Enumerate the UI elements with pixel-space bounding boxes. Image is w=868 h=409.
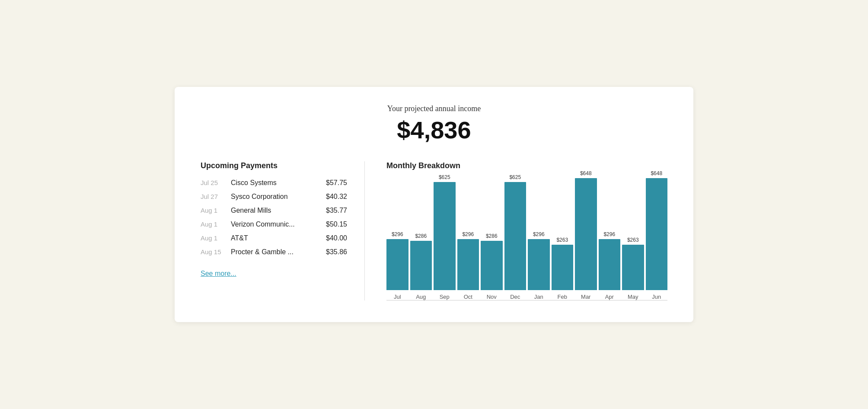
bar-value-label: $263	[627, 237, 639, 243]
x-axis-line	[386, 300, 667, 300]
bar	[410, 241, 432, 290]
bar-value-label: $296	[392, 231, 403, 237]
bar	[528, 239, 550, 290]
projected-income-amount: $4,836	[201, 116, 667, 144]
payment-amount: $40.00	[317, 234, 347, 242]
bar	[386, 239, 408, 290]
payment-company: Verizon Communic...	[231, 220, 317, 228]
bar-value-label: $286	[415, 233, 427, 239]
payment-row: Aug 15Procter & Gamble ...$35.86	[201, 248, 347, 256]
payment-amount: $40.32	[317, 193, 347, 201]
payment-amount: $57.75	[317, 179, 347, 187]
payment-company: Cisco Systems	[231, 179, 317, 187]
payment-row: Aug 1General Mills$35.77	[201, 207, 347, 214]
payment-company: Procter & Gamble ...	[231, 248, 317, 256]
payment-amount: $35.86	[317, 248, 347, 256]
bar-value-label: $296	[603, 231, 615, 237]
bar-value-label: $296	[462, 231, 474, 237]
bar-month-label: Oct	[464, 294, 472, 300]
bar-month-label: Jun	[652, 294, 661, 300]
payment-date: Aug 1	[201, 207, 231, 214]
upcoming-payments-title: Upcoming Payments	[201, 161, 347, 170]
payment-row: Aug 1Verizon Communic...$50.15	[201, 220, 347, 228]
bar-group: $625Dec	[504, 174, 527, 300]
payment-date: Aug 15	[201, 248, 231, 256]
bar-group: $625Sep	[434, 174, 456, 300]
bar	[646, 178, 668, 290]
bar-group: $296Jul	[386, 231, 408, 300]
bar	[457, 239, 479, 290]
payment-company: AT&T	[231, 234, 317, 242]
bar-value-label: $625	[439, 174, 450, 180]
main-card: Your projected annual income $4,836 Upco…	[175, 87, 693, 322]
bar	[552, 245, 574, 290]
right-panel: Monthly Breakdown $296Jul$286Aug$625Sep$…	[365, 161, 667, 300]
payment-row: Jul 27Sysco Corporation$40.32	[201, 193, 347, 201]
monthly-breakdown-title: Monthly Breakdown	[386, 161, 667, 170]
bar-group: $286Nov	[481, 233, 503, 300]
content-section: Upcoming Payments Jul 25Cisco Systems$57…	[201, 161, 667, 300]
projected-income-label: Your projected annual income	[201, 104, 667, 113]
payment-row: Jul 25Cisco Systems$57.75	[201, 179, 347, 187]
bar-month-label: Dec	[510, 294, 520, 300]
bar-group: $648Jun	[646, 170, 668, 300]
payment-company: General Mills	[231, 207, 317, 214]
bar	[575, 178, 597, 290]
bar-group: $286Aug	[410, 233, 432, 300]
bar	[481, 241, 503, 290]
left-panel: Upcoming Payments Jul 25Cisco Systems$57…	[201, 161, 365, 300]
bar	[622, 245, 644, 290]
bar-month-label: Sep	[440, 294, 450, 300]
bar-group: $263May	[622, 237, 644, 300]
bar-chart: $296Jul$286Aug$625Sep$296Oct$286Nov$625D…	[386, 179, 667, 300]
bar-month-label: Jan	[534, 294, 543, 300]
payments-list: Jul 25Cisco Systems$57.75Jul 27Sysco Cor…	[201, 179, 347, 256]
bar-month-label: Aug	[416, 294, 426, 300]
bar-month-label: Jul	[394, 294, 401, 300]
bar-month-label: Apr	[605, 294, 614, 300]
payment-row: Aug 1AT&T$40.00	[201, 234, 347, 242]
payment-date: Jul 25	[201, 179, 231, 186]
bar	[504, 182, 527, 290]
bar-group: $648Mar	[575, 170, 597, 300]
payment-company: Sysco Corporation	[231, 193, 317, 201]
payment-amount: $35.77	[317, 207, 347, 214]
bar-value-label: $286	[486, 233, 498, 239]
see-more-link[interactable]: See more...	[201, 270, 236, 278]
payment-date: Aug 1	[201, 220, 231, 228]
payment-amount: $50.15	[317, 220, 347, 228]
bar-value-label: $296	[533, 231, 545, 237]
payment-date: Jul 27	[201, 193, 231, 200]
bar-value-label: $625	[509, 174, 521, 180]
bar	[434, 182, 456, 290]
payment-date: Aug 1	[201, 234, 231, 242]
bar-month-label: May	[628, 294, 638, 300]
bar-month-label: Feb	[558, 294, 567, 300]
bar-group: $263Feb	[552, 237, 574, 300]
bar	[599, 239, 621, 290]
header-section: Your projected annual income $4,836	[201, 104, 667, 144]
bar-value-label: $263	[556, 237, 568, 243]
bar-month-label: Nov	[487, 294, 497, 300]
bar-value-label: $648	[651, 170, 662, 176]
bar-group: $296Oct	[457, 231, 479, 300]
bar-month-label: Mar	[581, 294, 590, 300]
bar-value-label: $648	[580, 170, 592, 176]
bar-group: $296Jan	[528, 231, 550, 300]
bar-group: $296Apr	[599, 231, 621, 300]
